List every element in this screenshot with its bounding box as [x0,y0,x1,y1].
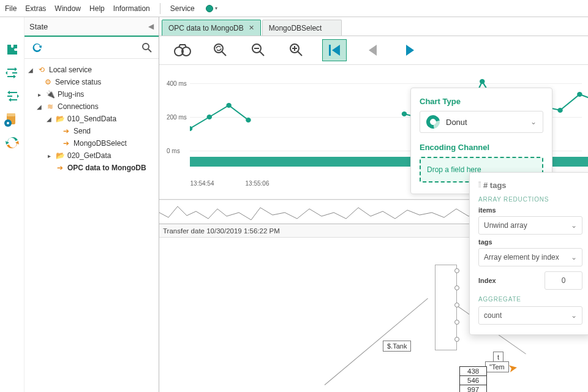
panel-title: State [29,22,48,31]
chart-toolbar [159,36,588,65]
links-icon: ≋ [45,102,55,111]
zoom-reset-icon[interactable] [208,39,233,61]
tree-plugins[interactable]: ▸🔌Plug-ins [27,88,156,100]
stack-value: 438 [460,367,486,376]
folder-icon: 📂 [55,151,65,160]
nav-next-icon[interactable] [398,39,423,61]
tree-opc[interactable]: ➔OPC data to MongoDB [27,162,156,174]
tab-mongosel[interactable]: MongoDBSelect [262,20,342,36]
service-status-indicator-icon[interactable] [206,5,213,12]
chevron-down-icon: ⌄ [571,221,577,230]
svg-line-9 [222,51,226,56]
svg-marker-18 [332,45,340,56]
sync-icon[interactable] [4,135,21,151]
close-icon[interactable]: ✕ [249,24,254,32]
tree-getdata[interactable]: ▸📂020_GetData [27,149,156,162]
zoom-in-icon[interactable] [284,39,309,61]
search-icon[interactable] [141,42,153,53]
nav-prev-icon[interactable] [360,39,385,61]
node-tem[interactable]: "Tem [485,361,509,372]
svg-point-3 [7,122,9,124]
svg-marker-19 [369,45,377,56]
menu-extras[interactable]: Extras [25,4,46,13]
stack-value: 546 [460,376,486,385]
stack-value: 997 [460,385,486,392]
aggregate-select[interactable]: count⌄ [478,306,582,325]
svg-point-24 [246,118,251,123]
svg-point-34 [577,92,582,97]
sidebar-icon-strip [0,17,24,392]
binoculars-icon[interactable] [170,39,195,61]
node-block[interactable] [435,265,457,350]
svg-point-29 [480,79,484,84]
tree-mongosel[interactable]: ➔MongoDBSelect [27,137,156,149]
chevron-down-icon: ⌄ [571,253,577,262]
svg-rect-17 [329,45,331,56]
tree-send[interactable]: ➔Send [27,125,156,137]
menubar: File Extras Window Help Information Serv… [0,0,588,17]
y-tick: 0 ms [167,148,185,154]
state-panel: State ◀ ◢⟲Local service ⚙Service status … [24,17,159,392]
svg-point-25 [402,111,407,116]
index-input[interactable]: 0 [545,271,582,290]
sliders-left-icon[interactable] [4,88,21,104]
puzzle-icon[interactable] [4,42,21,58]
svg-marker-20 [406,45,414,56]
menu-file[interactable]: File [5,4,17,13]
sliders-right-icon[interactable] [4,65,21,81]
chevron-down-icon: ⌄ [530,118,537,126]
menu-service[interactable]: Service [170,4,195,13]
drag-handle-icon[interactable]: ⦙⦙ [478,180,481,190]
value-stack: 438 546 997 [459,366,487,392]
refresh-icon[interactable] [31,42,43,54]
tree-senddata[interactable]: ◢📂010_SendData [27,113,156,125]
svg-line-16 [298,51,302,56]
menu-separator [160,3,160,14]
svg-point-4 [143,43,149,50]
x-tick: 13:54:54 [190,180,214,187]
service-icon: ⟲ [37,65,47,75]
tags-popup: ⦙⦙# tags ARRAY REDUCTIONS items Unwind a… [469,172,588,335]
panel-collapse-icon[interactable]: ◀ [148,22,154,31]
items-select[interactable]: Unwind array⌄ [478,216,582,235]
x-tick: 13:55:06 [246,180,270,187]
gear-icon: ⚙ [43,77,53,87]
zoom-out-icon[interactable] [246,39,271,61]
node-tank[interactable]: $.Tank [383,341,411,352]
svg-line-12 [260,51,264,56]
node-port[interactable] [454,337,459,342]
tab-opc[interactable]: OPC data to MongoDB✕ [162,20,261,36]
document-tabs: OPC data to MongoDB✕ MongoDBSelect [159,17,588,36]
arrow-right-icon: ➔ [61,126,71,136]
section-aggregate: AGGREGATE [478,296,582,303]
label-index: Index [478,277,496,284]
menu-information[interactable]: Information [113,4,150,13]
menu-window[interactable]: Window [55,4,81,13]
donut-icon [424,113,443,132]
svg-point-23 [226,103,231,108]
tags-title: # tags [483,181,507,190]
y-tick: 200 ms [167,114,185,121]
menu-help[interactable]: Help [89,4,105,13]
svg-point-8 [214,44,223,53]
chart-type-select[interactable]: Donut ⌄ [420,111,543,133]
chevron-down-icon: ⌄ [571,311,577,320]
nav-first-icon[interactable] [322,39,347,61]
tree-connections[interactable]: ◢≋Connections [27,100,156,113]
tree-root[interactable]: ◢⟲Local service [27,64,156,76]
tags-select[interactable]: Array element by index⌄ [478,248,582,266]
arrow-right-icon: ➔ [61,138,71,148]
label-tags: tags [478,238,582,246]
node-port[interactable] [454,285,459,290]
main-area: OPC data to MongoDB✕ MongoDBSelect 400 m… [159,17,588,392]
arrow-right-icon: ➔ [55,163,65,173]
svg-point-33 [557,108,562,113]
node-port[interactable] [454,268,459,273]
svg-rect-1 [7,113,15,116]
folder-icon: 📂 [55,114,65,124]
node-port[interactable] [454,320,459,325]
chart-type-heading: Chart Type [420,97,543,106]
y-tick: 400 ms [167,80,185,87]
database-gear-icon[interactable] [4,111,21,127]
tree-status[interactable]: ⚙Service status [27,76,156,88]
